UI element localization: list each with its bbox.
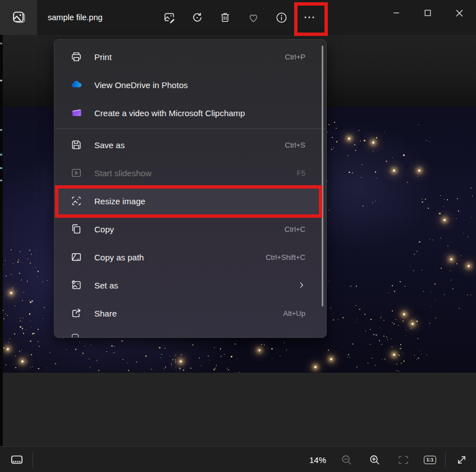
city-light <box>111 345 113 347</box>
save-icon <box>69 139 84 151</box>
menu-item-share[interactable]: Share Alt+Up <box>57 299 320 327</box>
titlebar: sample file.png <box>0 0 476 35</box>
city-light <box>370 319 372 320</box>
edit-image-button[interactable] <box>155 0 183 35</box>
menu-scrollbar[interactable] <box>322 45 323 306</box>
city-light <box>3 347 4 349</box>
city-light <box>425 199 426 200</box>
printer-icon <box>69 51 84 63</box>
city-light <box>161 354 162 355</box>
menu-item-copy[interactable]: Copy Ctrl+C <box>57 215 320 243</box>
city-light <box>458 210 459 212</box>
city-light <box>392 310 393 311</box>
city-light <box>394 291 395 292</box>
city-light <box>428 208 429 209</box>
menu-item-set-as[interactable]: Set as <box>57 271 320 299</box>
menu-item-print[interactable]: Print Ctrl+P <box>57 43 320 71</box>
city-light <box>391 338 392 340</box>
city-light <box>373 150 374 152</box>
menu-item-shortcut: F5 <box>297 169 305 177</box>
city-light <box>352 343 354 345</box>
city-light <box>413 270 414 271</box>
menu-item-shortcut: Ctrl+P <box>285 53 305 61</box>
city-light <box>83 352 84 354</box>
delete-button[interactable] <box>211 0 239 35</box>
city-light <box>31 300 33 302</box>
city-light <box>418 124 419 125</box>
app-tab[interactable] <box>0 0 37 35</box>
statusbar-divider-left <box>33 452 33 468</box>
city-light <box>372 203 373 204</box>
close-button[interactable] <box>443 0 475 26</box>
city-light <box>164 368 165 369</box>
statusbar-divider-right <box>445 452 446 468</box>
city-light <box>22 318 24 319</box>
fit-to-window-button[interactable] <box>391 447 415 472</box>
city-light <box>11 249 12 250</box>
city-light <box>336 128 337 129</box>
city-light <box>121 340 123 342</box>
city-light <box>370 329 371 330</box>
copy-as-path-icon <box>69 251 84 263</box>
city-light <box>359 309 360 310</box>
city-light <box>90 366 91 368</box>
city-light <box>213 369 215 370</box>
menu-item-clipchamp[interactable]: Create a video with Microsoft Clipchamp <box>57 99 320 127</box>
city-light <box>221 356 222 357</box>
filmstrip-toggle-button[interactable] <box>4 447 29 472</box>
copy-icon <box>69 223 84 235</box>
city-light-bright <box>443 219 446 221</box>
city-light <box>411 328 412 329</box>
minimize-button[interactable] <box>381 0 412 26</box>
rotate-button[interactable] <box>183 0 211 35</box>
city-light <box>363 205 364 207</box>
zoom-in-button[interactable] <box>362 447 387 472</box>
maximize-button[interactable] <box>412 0 443 26</box>
city-light-bright <box>258 349 260 351</box>
city-light <box>261 344 262 345</box>
filmstrip-icon <box>10 452 24 467</box>
city-light <box>171 364 172 365</box>
fullscreen-button[interactable] <box>449 447 474 472</box>
menu-item-save-as[interactable]: Save as Ctrl+S <box>57 131 320 159</box>
city-light <box>427 354 428 355</box>
city-light <box>396 370 397 372</box>
city-light <box>228 369 229 370</box>
city-light <box>332 137 333 138</box>
city-light <box>30 301 31 303</box>
menu-item-copy-as-path[interactable]: Copy as path Ctrl+Shift+C <box>57 243 320 271</box>
city-light <box>49 352 51 354</box>
city-light <box>398 325 399 326</box>
set-as-icon <box>69 279 84 291</box>
photos-app-window: sample file.png <box>0 0 476 472</box>
city-light-bright <box>403 313 405 315</box>
menu-item-label: Set as <box>94 281 298 290</box>
city-light <box>356 286 357 287</box>
city-light <box>439 213 441 214</box>
city-light <box>381 200 382 201</box>
city-light <box>336 141 338 143</box>
actual-size-button[interactable]: 1:1 <box>418 447 442 472</box>
menu-item-shortcut: Ctrl+C <box>285 225 305 233</box>
city-light <box>3 318 4 319</box>
menu-item-view-onedrive[interactable]: View OneDrive in Photos <box>57 71 320 99</box>
city-light <box>5 260 6 261</box>
city-light <box>407 182 408 183</box>
favorite-button[interactable] <box>239 0 267 35</box>
city-light <box>190 368 191 369</box>
city-light <box>350 286 351 287</box>
annotation-box-resize-image <box>55 185 322 218</box>
city-light <box>364 140 365 141</box>
city-light <box>31 354 32 355</box>
city-light-bright <box>393 169 395 172</box>
city-light <box>271 348 273 350</box>
city-light <box>175 359 176 360</box>
city-light <box>284 342 285 343</box>
city-light <box>414 254 415 255</box>
info-button[interactable] <box>267 0 295 35</box>
city-light <box>379 340 380 341</box>
zoom-out-button[interactable] <box>334 447 359 472</box>
city-light-bright <box>21 360 24 363</box>
menu-item-shortcut: Alt+Up <box>283 309 305 318</box>
city-light-bright <box>411 323 414 325</box>
